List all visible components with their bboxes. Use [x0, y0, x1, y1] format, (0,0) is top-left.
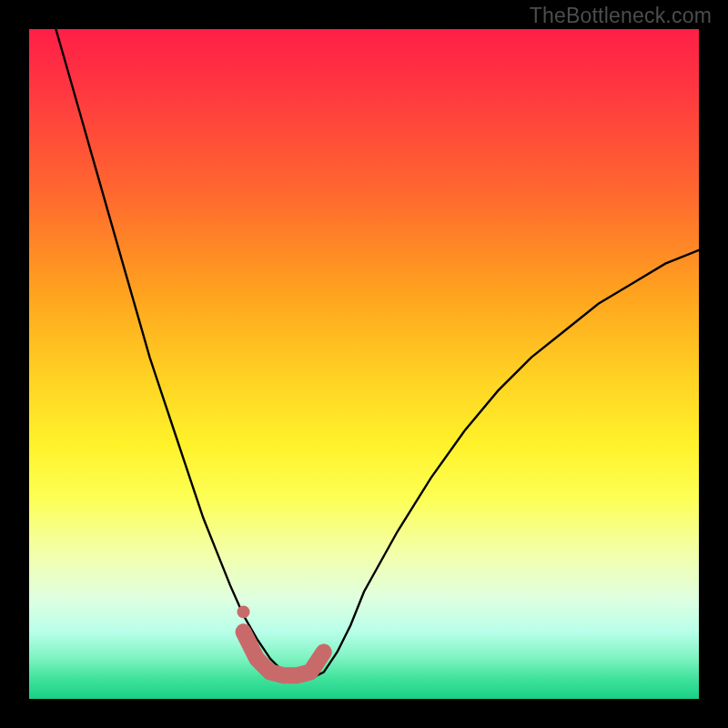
curve-svg [29, 29, 699, 699]
bottleneck-curve-path [56, 29, 699, 679]
highlight-band-path [244, 632, 324, 675]
highlight-dot [238, 605, 250, 618]
attribution-text: TheBottleneck.com [530, 4, 712, 28]
plot-area [29, 29, 699, 699]
outer-frame: TheBottleneck.com [0, 0, 728, 728]
